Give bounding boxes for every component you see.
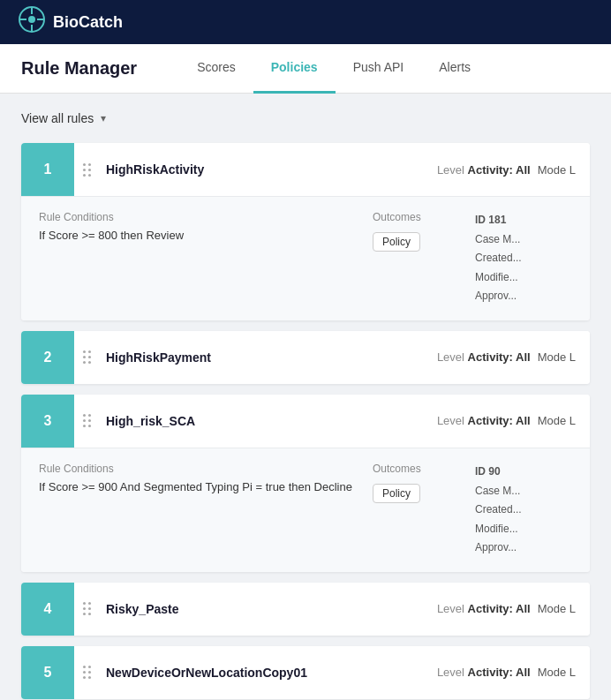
meta-section-1: ID 181 Case M... Created... Modifie... A… (475, 211, 572, 306)
meta-case-1: Case M... (475, 230, 572, 250)
rule-level-3: Level Activity: All (437, 414, 531, 427)
rule-mode-5: Mode L (538, 666, 590, 679)
conditions-label-3: Rule Conditions (39, 463, 358, 475)
rule-mode-4: Mode L (538, 602, 590, 615)
conditions-text-3: If Score >= 900 And Segmented Typing Pi … (39, 480, 358, 493)
rule-row-3[interactable]: 3 High_risk_SCA Level Activity: All Mode… (21, 395, 590, 448)
outcomes-section-3: Outcomes Policy (373, 463, 461, 558)
rule-name-2: HighRiskPayment (99, 350, 437, 365)
meta-modified-1: Modifie... (475, 268, 572, 288)
rule-level-label-5: Level (437, 666, 464, 679)
conditions-section-3: Rule Conditions If Score >= 900 And Segm… (39, 463, 358, 558)
conditions-section-1: Rule Conditions If Score >= 800 then Rev… (39, 211, 358, 306)
tab-policies[interactable]: Policies (253, 44, 336, 94)
rule-level-value-5: Activity: All (468, 666, 531, 679)
rule-mode-1: Mode L (538, 163, 590, 177)
meta-modified-3: Modifie... (475, 520, 572, 539)
rule-number-2: 2 (21, 331, 74, 384)
policy-badge-1[interactable]: Policy (373, 232, 420, 252)
rule-name-1: HighRiskActivity (99, 162, 437, 177)
main-nav-tabs: Scores Policies Push API Alerts (179, 44, 488, 93)
outcomes-label-1: Outcomes (373, 211, 421, 223)
meta-id-3: ID 90 (475, 463, 572, 482)
rule-level-label-4: Level (437, 602, 464, 615)
rule-level-4: Level Activity: All (437, 602, 531, 615)
rule-row-2[interactable]: 2 HighRiskPayment Level Activity: All Mo… (21, 331, 590, 384)
rule-level-value-2: Activity: All (468, 350, 531, 364)
top-navigation: BioCatch (0, 0, 611, 44)
rule-block-3: 3 High_risk_SCA Level Activity: All Mode… (21, 395, 590, 572)
tab-push-api[interactable]: Push API (336, 44, 422, 94)
rule-block-5: 5 NewDeviceOrNewLocationCopy01 Level Act… (21, 646, 590, 699)
brand-name: BioCatch (53, 13, 123, 32)
tab-alerts[interactable]: Alerts (421, 44, 488, 94)
rule-number-1: 1 (21, 143, 74, 196)
drag-handle-4[interactable] (74, 602, 99, 615)
rule-level-5: Level Activity: All (437, 666, 531, 679)
conditions-label-1: Rule Conditions (39, 211, 358, 223)
rule-row-1[interactable]: 1 HighRiskActivity Level Activity: All M… (21, 143, 590, 196)
rule-detail-3: Rule Conditions If Score >= 900 And Segm… (21, 448, 590, 572)
rule-level-label-3: Level (437, 414, 464, 427)
meta-case-3: Case M... (475, 482, 572, 501)
rule-block-4: 4 Risky_Paste Level Activity: All Mode L (21, 583, 590, 636)
rule-number-3: 3 (21, 395, 74, 448)
rule-level-2: Level Activity: All (437, 350, 531, 364)
svg-point-1 (28, 16, 35, 23)
biocatch-logo-icon (18, 5, 46, 39)
rule-level-value-3: Activity: All (468, 414, 531, 427)
meta-section-3: ID 90 Case M... Created... Modifie... Ap… (475, 463, 572, 558)
page-title: Rule Manager (21, 58, 137, 79)
conditions-text-1: If Score >= 800 then Review (39, 229, 358, 242)
rule-name-4: Risky_Paste (99, 602, 437, 616)
drag-handle-3[interactable] (74, 414, 99, 427)
meta-approved-3: Approv... (475, 538, 572, 558)
tab-scores[interactable]: Scores (179, 44, 253, 94)
rule-level-value-4: Activity: All (468, 602, 531, 615)
filter-bar: View all rules ▾ (21, 108, 590, 129)
rule-mode-2: Mode L (538, 350, 590, 364)
meta-approved-1: Approv... (475, 287, 572, 306)
rule-name-5: NewDeviceOrNewLocationCopy01 (99, 666, 437, 680)
view-all-rules-dropdown[interactable]: View all rules ▾ (21, 108, 106, 129)
logo: BioCatch (18, 5, 123, 39)
rule-row-4[interactable]: 4 Risky_Paste Level Activity: All Mode L (21, 583, 590, 636)
rule-name-3: High_risk_SCA (99, 414, 437, 428)
rule-level-label-2: Level (437, 350, 464, 364)
filter-label: View all rules (21, 111, 94, 125)
rule-level-1: Level Activity: All (437, 163, 531, 177)
rule-mode-3: Mode L (538, 414, 590, 427)
meta-id-1: ID 181 (475, 211, 572, 230)
outcomes-label-3: Outcomes (373, 463, 421, 475)
rule-level-value-1: Activity: All (468, 163, 531, 177)
rule-number-5: 5 (21, 646, 74, 699)
sub-header: Rule Manager Scores Policies Push API Al… (0, 44, 611, 94)
drag-handle-2[interactable] (74, 350, 99, 364)
rule-level-label-1: Level (437, 163, 464, 177)
content-area: View all rules ▾ 1 HighRiskActivity Leve… (0, 94, 611, 700)
policy-badge-3[interactable]: Policy (373, 484, 420, 503)
outcomes-section-1: Outcomes Policy (373, 211, 461, 306)
chevron-down-icon: ▾ (101, 112, 106, 124)
drag-handle-5[interactable] (74, 666, 99, 679)
rule-number-4: 4 (21, 583, 74, 636)
drag-handle-1[interactable] (74, 163, 99, 177)
rule-row-5[interactable]: 5 NewDeviceOrNewLocationCopy01 Level Act… (21, 646, 590, 699)
rule-block-1: 1 HighRiskActivity Level Activity: All M… (21, 143, 590, 320)
meta-created-3: Created... (475, 501, 572, 520)
rule-detail-1: Rule Conditions If Score >= 800 then Rev… (21, 196, 590, 320)
meta-created-1: Created... (475, 249, 572, 268)
rule-block-2: 2 HighRiskPayment Level Activity: All Mo… (21, 331, 590, 384)
